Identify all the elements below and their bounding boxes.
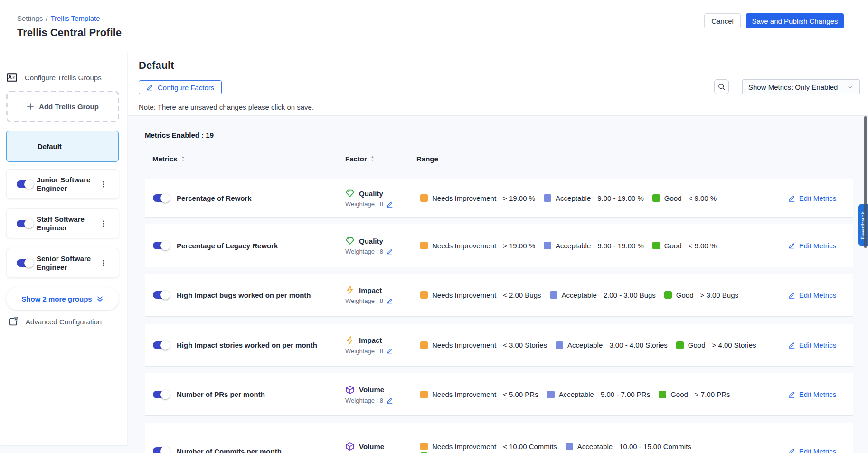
metric-name: High Impact stories worked on per month — [177, 341, 317, 349]
range-color-swatch — [652, 242, 660, 249]
metric-enabled-toggle[interactable] — [153, 241, 170, 250]
edit-weightage-icon[interactable] — [387, 397, 393, 404]
range-group: Acceptable 2.00 - 3.00 Bugs — [550, 291, 656, 299]
metric-cell: Percentage of Rework — [145, 193, 345, 203]
range-group: Needs Improvement < 2.00 Bugs — [420, 291, 541, 299]
group-menu-kebab-icon[interactable] — [101, 218, 106, 228]
toggle-knob — [160, 193, 170, 203]
factor-label: Volume — [359, 386, 384, 394]
metric-enabled-toggle[interactable] — [153, 390, 170, 399]
range-cell: Needs Improvement > 19.00 % Acceptable 9… — [420, 194, 772, 202]
range-group: Needs Improvement < 3.00 Stories — [420, 341, 547, 349]
vertical-scrollbar-thumb[interactable] — [864, 116, 867, 248]
group-enabled-toggle[interactable] — [17, 258, 34, 268]
range-color-swatch — [676, 341, 684, 349]
toggle-knob — [160, 290, 170, 300]
range-color-swatch — [652, 194, 660, 202]
range-level-label: Acceptable — [562, 291, 597, 299]
edit-metrics-link[interactable]: Edit Metrics — [772, 242, 853, 250]
metric-name: High Impact bugs worked on per month — [177, 291, 311, 299]
breadcrumb-trellis-template-link[interactable]: Trellis Template — [50, 14, 100, 22]
range-color-swatch — [664, 291, 672, 299]
save-and-publish-button[interactable]: Save and Publish Changes — [746, 13, 844, 28]
range-group: Acceptable 3.00 - 4.00 Stories — [556, 341, 668, 349]
factor-cell: Volume Weightage : 8 — [345, 442, 420, 453]
range-color-swatch — [544, 194, 551, 202]
edit-metrics-label: Edit Metrics — [799, 390, 836, 398]
group-name: Staff Software Engineer — [37, 215, 100, 232]
range-group: Good > 3.00 Bugs — [664, 291, 738, 299]
metric-enabled-toggle[interactable] — [153, 446, 170, 453]
metric-name: Number of Commits per month — [177, 447, 282, 453]
metric-enabled-toggle[interactable] — [153, 290, 170, 300]
advanced-configuration-link[interactable]: Advanced Configuration — [8, 316, 102, 327]
weightage-label: Weightage : 8 — [345, 200, 383, 208]
breadcrumb-settings[interactable]: Settings — [17, 14, 43, 22]
sidebar-group-card[interactable]: Junior Software Engineer — [6, 169, 119, 199]
configure-factors-button[interactable]: Configure Factors — [139, 80, 222, 94]
sort-icon — [181, 156, 185, 162]
pencil-icon — [788, 448, 795, 453]
edit-metrics-link[interactable]: Edit Metrics — [772, 447, 853, 453]
edit-metrics-link[interactable]: Edit Metrics — [772, 390, 853, 398]
range-color-swatch — [420, 341, 428, 349]
range-group: Good < 9.00 % — [652, 194, 717, 202]
range-color-swatch — [544, 242, 551, 249]
cancel-button[interactable]: Cancel — [704, 13, 741, 28]
range-value: > 19.00 % — [503, 194, 535, 202]
range-level-label: Acceptable — [556, 242, 591, 250]
show-more-groups-button[interactable]: Show 2 more groups — [6, 287, 119, 310]
group-menu-kebab-icon[interactable] — [101, 179, 106, 189]
pencil-icon — [788, 292, 795, 299]
edit-metrics-link[interactable]: Edit Metrics — [772, 194, 853, 202]
configure-factors-label: Configure Factors — [158, 84, 214, 92]
metric-name: Number of PRs per month — [177, 390, 265, 398]
range-color-swatch — [420, 291, 428, 299]
edit-metrics-link[interactable]: Edit Metrics — [772, 291, 853, 299]
sidebar-group-card[interactable]: Staff Software Engineer — [6, 208, 119, 238]
range-value: 9.00 - 19.00 % — [597, 242, 644, 250]
edit-weightage-icon[interactable] — [387, 348, 393, 354]
factor-icon — [345, 442, 355, 451]
edit-weightage-icon[interactable] — [387, 201, 393, 208]
toggle-knob — [160, 446, 170, 453]
show-metrics-dropdown[interactable]: Show Metrics: Only Enabled — [742, 79, 860, 94]
column-header-range: Range — [416, 155, 438, 163]
group-enabled-toggle[interactable] — [17, 219, 34, 228]
metrics-enabled-count: Metrics Enabled : 19 — [145, 131, 214, 139]
group-enabled-toggle[interactable] — [17, 179, 34, 189]
metric-row: High Impact stories worked on per month … — [145, 324, 853, 367]
group-name: Senior Software Engineer — [37, 255, 100, 272]
breadcrumb-separator: / — [46, 14, 47, 22]
toggle-knob — [160, 241, 170, 250]
pencil-icon — [788, 242, 795, 249]
range-color-swatch — [556, 341, 563, 349]
factor-icon — [345, 336, 355, 345]
metric-row: Percentage of Legacy Rework Quality Weig… — [145, 224, 853, 267]
weightage-label: Weightage : 8 — [345, 297, 383, 304]
edit-weightage-icon[interactable] — [387, 248, 393, 255]
sidebar-group-default[interactable]: Default — [6, 131, 119, 162]
factor-icon — [345, 385, 355, 395]
range-value: < 2.00 Bugs — [503, 291, 541, 299]
range-value: 3.00 - 4.00 Stories — [609, 341, 668, 349]
range-value: > 19.00 % — [503, 242, 535, 250]
column-header-range-label: Range — [416, 155, 438, 163]
add-trellis-group-button[interactable]: Add Trellis Group — [6, 91, 119, 122]
metric-enabled-toggle[interactable] — [153, 340, 170, 350]
sidebar-group-card[interactable]: Senior Software Engineer — [6, 248, 119, 278]
toggle-knob — [24, 219, 34, 228]
range-group: Needs Improvement < 5.00 PRs — [420, 390, 538, 398]
column-header-metrics[interactable]: Metrics — [152, 155, 185, 163]
range-level-label: Needs Improvement — [432, 390, 496, 398]
range-cell: Needs Improvement < 2.00 Bugs Acceptable… — [420, 291, 772, 299]
group-menu-kebab-icon[interactable] — [101, 258, 106, 268]
column-header-factor[interactable]: Factor — [345, 155, 375, 163]
metric-enabled-toggle[interactable] — [153, 193, 170, 203]
range-cell: Needs Improvement < 10.00 Commits Accept… — [420, 443, 772, 453]
edit-metrics-link[interactable]: Edit Metrics — [772, 341, 853, 349]
edit-weightage-icon[interactable] — [387, 298, 393, 304]
range-level-label: Acceptable — [556, 194, 591, 202]
search-button[interactable] — [714, 79, 729, 94]
metric-row: Number of Commits per month Volume Weigh… — [145, 423, 853, 453]
